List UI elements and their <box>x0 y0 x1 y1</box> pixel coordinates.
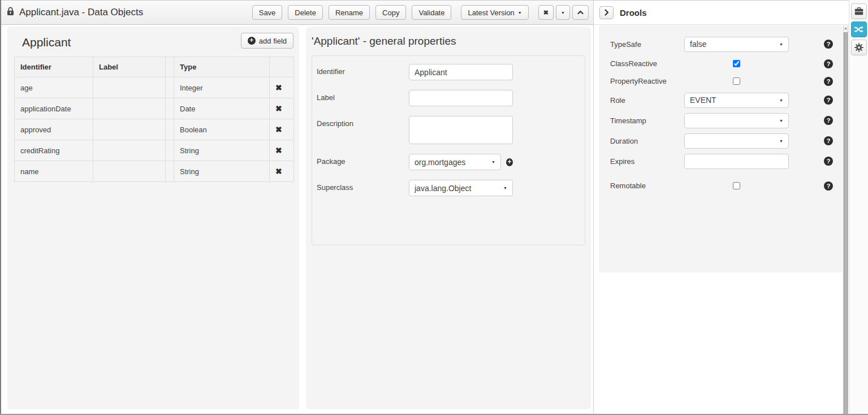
duration-label: Duration <box>610 137 684 145</box>
cell-delete: ✖ <box>270 77 294 98</box>
help-icon[interactable]: ? <box>824 40 833 49</box>
panel-divider <box>593 0 594 415</box>
close-icon: ✖ <box>543 10 549 16</box>
table-row[interactable]: creditRating String ✖ <box>15 140 294 161</box>
copy-button[interactable]: Copy <box>375 5 406 20</box>
cell-delete: ✖ <box>270 98 294 119</box>
save-button[interactable]: Save <box>252 5 283 20</box>
cell-spacer <box>166 98 174 119</box>
fields-panel-head: Applicant + add field <box>7 27 299 57</box>
caret-down-icon: ▼ <box>503 186 507 190</box>
duration-select[interactable]: ▼ <box>684 133 789 149</box>
table-row[interactable]: name String ✖ <box>15 161 294 182</box>
table-row[interactable]: approved Boolean ✖ <box>15 119 294 140</box>
drools-row-propertyreactive: PropertyReactive ? <box>599 72 843 90</box>
help-icon[interactable]: ? <box>824 157 833 166</box>
form-row-identifier: Identifier <box>312 64 585 80</box>
remotable-label: Remotable <box>610 181 684 190</box>
caret-down-icon: ▼ <box>779 42 783 46</box>
role-select[interactable]: EVENT ▼ <box>684 93 789 108</box>
table-row[interactable]: applicationDate Date ✖ <box>15 98 294 119</box>
help-icon[interactable]: ? <box>824 136 833 145</box>
scrollbar-thumb[interactable] <box>844 32 848 414</box>
caret-down-icon: ▼ <box>779 119 783 123</box>
add-field-button[interactable]: + add field <box>241 33 293 49</box>
chevron-up-icon <box>577 10 584 15</box>
fields-panel: Applicant + add field Identifier Label T… <box>7 27 299 409</box>
delete-field-icon[interactable]: ✖ <box>275 125 282 134</box>
help-icon[interactable]: ? <box>824 96 833 105</box>
delete-field-icon[interactable]: ✖ <box>275 83 282 92</box>
cell-spacer <box>166 140 174 161</box>
entity-title: Applicant <box>22 36 71 49</box>
caret-down-icon: ▼ <box>491 160 495 164</box>
caret-down-icon: ▼ <box>561 11 565 15</box>
typesafe-select[interactable]: false ▼ <box>684 37 789 52</box>
identifier-label: Identifier <box>317 64 409 80</box>
rename-button[interactable]: Rename <box>329 5 370 20</box>
help-icon[interactable]: ? <box>824 116 833 125</box>
title-wrap: Applicant.java - Data Objects <box>7 7 143 18</box>
drools-panel-title: Drools <box>620 8 647 18</box>
classreactive-checkbox[interactable] <box>733 60 740 67</box>
delete-field-icon[interactable]: ✖ <box>275 167 282 176</box>
cell-label <box>93 140 166 161</box>
cell-identifier: age <box>15 77 93 98</box>
expires-field[interactable] <box>684 154 789 169</box>
form-row-label: Label <box>312 90 585 106</box>
drools-panel-header: Drools <box>594 0 849 25</box>
side-toolbar <box>849 0 868 415</box>
scroll-up-arrow[interactable]: ▲ <box>844 26 848 30</box>
expand-panel-button[interactable] <box>599 6 614 19</box>
general-properties-head: 'Applicant' - general properties <box>306 27 591 54</box>
identifier-field[interactable] <box>409 64 513 80</box>
delete-button[interactable]: Delete <box>288 5 323 20</box>
cell-identifier: applicationDate <box>15 98 93 119</box>
delete-field-icon[interactable]: ✖ <box>275 104 282 113</box>
drools-row-role: Role EVENT ▼ ? <box>599 90 843 110</box>
help-icon[interactable]: ? <box>824 77 833 86</box>
general-properties-title: 'Applicant' - general properties <box>312 35 456 47</box>
gear-icon <box>854 43 863 52</box>
caret-down-icon: ▼ <box>779 98 783 102</box>
role-label: Role <box>610 96 684 105</box>
description-field[interactable] <box>409 116 513 144</box>
plus-circle-icon: + <box>248 37 256 45</box>
form-row-package: Package org.mortgages ▼ + <box>312 154 585 170</box>
cell-type: Date <box>174 98 270 119</box>
role-select-value: EVENT <box>690 96 779 105</box>
package-select[interactable]: org.mortgages ▼ <box>409 154 501 170</box>
latest-version-dropdown[interactable]: Latest Version ▼ <box>461 5 528 20</box>
help-icon[interactable]: ? <box>824 181 833 191</box>
description-label: Description <box>317 116 409 144</box>
settings-button[interactable] <box>851 40 867 55</box>
drools-panel-scrollbar: ▲ <box>843 25 848 415</box>
collapse-button[interactable] <box>572 5 589 20</box>
help-icon[interactable]: ? <box>824 59 833 68</box>
close-button[interactable]: ✖ <box>538 5 554 20</box>
panel-control-buttons: ✖ ▼ <box>538 5 589 20</box>
label-field[interactable] <box>409 90 513 106</box>
cell-label <box>93 98 166 119</box>
delete-field-icon[interactable]: ✖ <box>275 146 282 155</box>
panel-menu-button[interactable]: ▼ <box>556 5 570 20</box>
drools-row-typesafe: TypeSafe false ▼ ? <box>599 33 843 55</box>
cell-delete: ✖ <box>270 119 294 140</box>
add-package-button[interactable]: + <box>506 158 513 166</box>
propertyreactive-checkbox[interactable] <box>733 77 740 85</box>
cell-type: Integer <box>174 77 270 98</box>
table-row[interactable]: age Integer ✖ <box>15 77 294 98</box>
randomize-layout-button[interactable] <box>851 21 867 37</box>
remotable-checkbox[interactable] <box>733 182 740 189</box>
timestamp-select[interactable]: ▼ <box>684 113 789 128</box>
drools-row-classreactive: ClassReactive ? <box>599 55 843 72</box>
superclass-select-value: java.lang.Object <box>414 184 503 193</box>
superclass-select[interactable]: java.lang.Object ▼ <box>409 180 513 196</box>
cell-spacer <box>166 161 174 182</box>
drools-row-timestamp: Timestamp ▼ ? <box>599 110 843 131</box>
workbench-button[interactable] <box>851 3 867 19</box>
cell-identifier: creditRating <box>15 140 93 161</box>
cell-delete: ✖ <box>270 140 294 161</box>
window-left-edge <box>0 0 1 415</box>
validate-button[interactable]: Validate <box>412 5 451 20</box>
